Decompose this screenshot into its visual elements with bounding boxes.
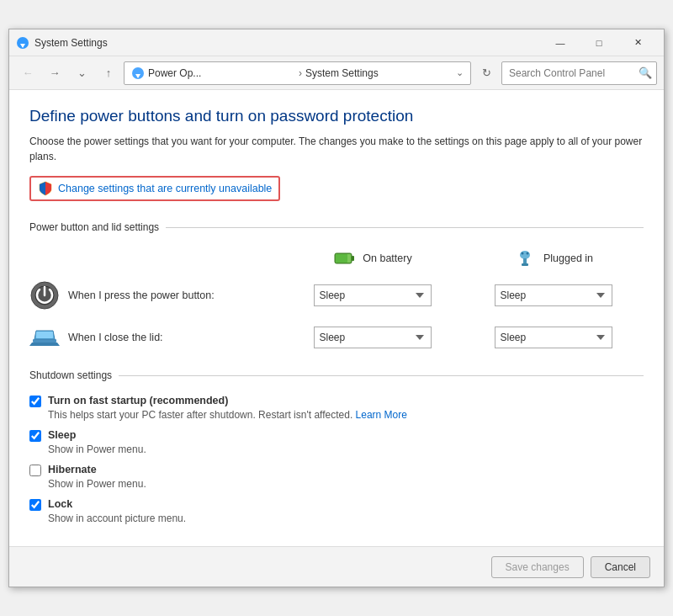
address-chevron-icon[interactable]: ⌄ bbox=[456, 67, 464, 78]
plug-icon bbox=[513, 247, 537, 270]
fast-startup-row: Turn on fast startup (recommended) bbox=[29, 395, 644, 407]
power-button-label: When I press the power button: bbox=[29, 280, 282, 311]
address-separator: › bbox=[299, 67, 302, 79]
svg-rect-14 bbox=[36, 332, 53, 338]
window-title: System Settings bbox=[34, 37, 541, 49]
search-input[interactable] bbox=[509, 67, 635, 79]
back-button[interactable]: ← bbox=[16, 61, 40, 85]
address-breadcrumb2: System Settings bbox=[305, 67, 453, 79]
power-section-header: Power button and lid settings bbox=[29, 221, 644, 233]
change-settings-text: Change settings that are currently unava… bbox=[58, 183, 272, 194]
lid-battery-select-col: Do nothing Sleep Hibernate Shut down bbox=[282, 327, 463, 348]
fast-startup-desc: This helps start your PC faster after sh… bbox=[48, 409, 644, 421]
svg-rect-8 bbox=[522, 263, 528, 266]
shutdown-section-header: Shutdown settings bbox=[29, 369, 644, 381]
content-area: Define power buttons and turn on passwor… bbox=[9, 90, 664, 546]
sleep-row: Sleep bbox=[29, 429, 644, 442]
power-header-battery: On battery bbox=[282, 247, 463, 270]
fast-startup-item: Turn on fast startup (recommended) This … bbox=[29, 395, 644, 421]
battery-icon bbox=[332, 247, 356, 270]
maximize-button[interactable]: □ bbox=[580, 29, 618, 56]
sleep-label[interactable]: Sleep bbox=[48, 429, 76, 441]
lid-close-label: When I close the lid: bbox=[29, 322, 282, 353]
lock-checkbox[interactable] bbox=[29, 499, 41, 511]
main-window: System Settings — □ ✕ ← → ⌄ ↑ Power Op..… bbox=[8, 29, 665, 587]
search-icon: 🔍 bbox=[639, 66, 652, 79]
lock-item: Lock Show in account picture menu. bbox=[29, 498, 644, 524]
shutdown-section-divider bbox=[119, 375, 644, 376]
power-section-label: Power button and lid settings bbox=[29, 221, 159, 233]
up-button[interactable]: ↑ bbox=[97, 61, 120, 85]
close-button[interactable]: ✕ bbox=[618, 29, 657, 56]
power-battery-select-col: Do nothing Sleep Hibernate Shut down Tur… bbox=[282, 284, 463, 306]
power-plugged-select-col: Do nothing Sleep Hibernate Shut down Tur… bbox=[463, 284, 644, 306]
lid-battery-select[interactable]: Do nothing Sleep Hibernate Shut down bbox=[314, 327, 432, 348]
refresh-button[interactable]: ↻ bbox=[474, 61, 498, 85]
search-box: 🔍 bbox=[501, 61, 657, 85]
cancel-button[interactable]: Cancel bbox=[591, 556, 650, 578]
svg-point-10 bbox=[526, 252, 528, 255]
svg-rect-5 bbox=[336, 254, 347, 263]
lid-plugged-select-col: Do nothing Sleep Hibernate Shut down bbox=[463, 327, 644, 348]
address-breadcrumb1: Power Op... bbox=[148, 67, 295, 79]
fast-startup-checkbox[interactable] bbox=[29, 396, 41, 407]
uac-shield-icon bbox=[38, 181, 53, 196]
svg-rect-3 bbox=[352, 256, 354, 261]
sleep-item: Sleep Show in Power menu. bbox=[29, 429, 644, 455]
header-battery-label: On battery bbox=[363, 252, 411, 264]
titlebar: System Settings — □ ✕ bbox=[9, 29, 664, 56]
lid-close-icon bbox=[29, 322, 60, 353]
hibernate-label[interactable]: Hibernate bbox=[48, 464, 97, 475]
sleep-desc: Show in Power menu. bbox=[48, 443, 644, 455]
power-button-battery-select[interactable]: Do nothing Sleep Hibernate Shut down Tur… bbox=[314, 284, 432, 306]
lock-row: Lock bbox=[29, 498, 644, 511]
navbar: ← → ⌄ ↑ Power Op... › System Settings ⌄ … bbox=[9, 56, 664, 90]
fast-startup-label[interactable]: Turn on fast startup (recommended) bbox=[48, 395, 228, 406]
shutdown-section: Turn on fast startup (recommended) This … bbox=[29, 395, 644, 524]
dropdown-button[interactable]: ⌄ bbox=[70, 61, 93, 85]
lid-plugged-select[interactable]: Do nothing Sleep Hibernate Shut down bbox=[495, 327, 612, 348]
minimize-button[interactable]: — bbox=[541, 29, 580, 56]
lid-close-row: When I close the lid: Do nothing Sleep H… bbox=[29, 322, 644, 353]
sleep-checkbox[interactable] bbox=[29, 430, 41, 442]
header-plugged-label: Plugged in bbox=[543, 252, 593, 264]
svg-point-9 bbox=[521, 252, 523, 255]
lock-desc: Show in account picture menu. bbox=[48, 512, 644, 524]
svg-rect-13 bbox=[33, 339, 56, 343]
learn-more-link[interactable]: Learn More bbox=[356, 409, 407, 421]
lock-label[interactable]: Lock bbox=[48, 498, 72, 510]
footer: Save changes Cancel bbox=[9, 546, 664, 587]
power-button-icon bbox=[29, 280, 60, 311]
shutdown-section-label: Shutdown settings bbox=[29, 369, 112, 381]
titlebar-controls: — □ ✕ bbox=[541, 29, 657, 56]
power-table: On battery Plugged in bbox=[29, 247, 644, 353]
address-bar: Power Op... › System Settings ⌄ bbox=[124, 61, 471, 85]
address-icon bbox=[131, 66, 145, 80]
power-header-row: On battery Plugged in bbox=[29, 247, 644, 270]
save-changes-button[interactable]: Save changes bbox=[491, 556, 584, 578]
section-divider bbox=[166, 227, 644, 228]
hibernate-item: Hibernate Show in Power menu. bbox=[29, 464, 644, 490]
power-header-plugged: Plugged in bbox=[463, 247, 644, 270]
change-settings-link[interactable]: Change settings that are currently unava… bbox=[29, 176, 280, 201]
svg-point-6 bbox=[520, 251, 530, 259]
hibernate-desc: Show in Power menu. bbox=[48, 478, 644, 490]
window-icon bbox=[16, 36, 29, 50]
power-button-plugged-select[interactable]: Do nothing Sleep Hibernate Shut down Tur… bbox=[495, 284, 612, 306]
page-description: Choose the power settings that you want … bbox=[29, 134, 644, 164]
page-title: Define power buttons and turn on passwor… bbox=[29, 107, 644, 125]
hibernate-checkbox[interactable] bbox=[29, 465, 41, 476]
power-button-row: When I press the power button: Do nothin… bbox=[29, 280, 644, 311]
forward-button[interactable]: → bbox=[43, 61, 66, 85]
hibernate-row: Hibernate bbox=[29, 464, 644, 476]
